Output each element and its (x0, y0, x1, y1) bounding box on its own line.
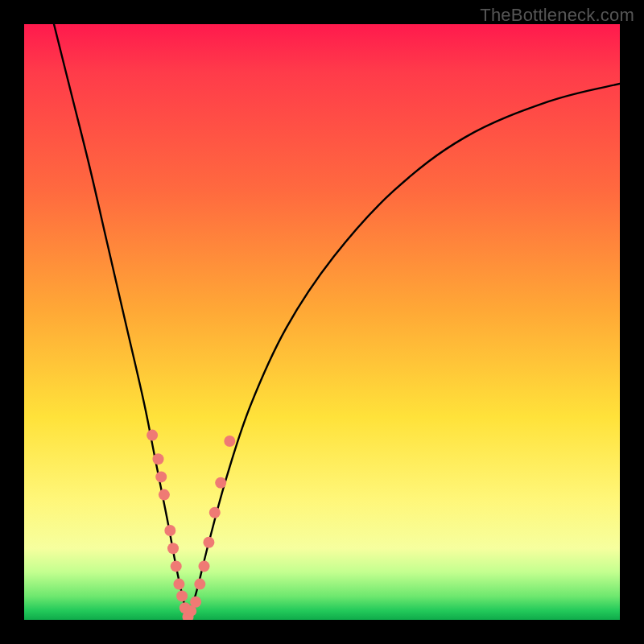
sample-dot (209, 507, 221, 518)
sample-dot (194, 579, 205, 590)
sample-dot (171, 560, 182, 572)
sample-dot (153, 453, 164, 464)
bottleneck-curve (54, 24, 620, 620)
sample-dot (159, 489, 170, 501)
sample-dot (155, 471, 167, 482)
sample-dot (173, 579, 184, 590)
curve-right-branch (188, 84, 621, 620)
sample-dot (176, 590, 188, 601)
sample-dot (203, 537, 214, 548)
sample-dot (167, 543, 179, 554)
sample-dot (190, 597, 201, 608)
sample-dot (164, 525, 175, 536)
chart-frame: TheBottleneck.com (0, 0, 644, 644)
watermark-text: TheBottleneck.com (480, 5, 634, 26)
sample-dot (199, 560, 210, 572)
sample-dot (224, 436, 235, 447)
sample-dots (147, 430, 235, 620)
plot-area (24, 24, 620, 620)
curve-layer (24, 24, 620, 620)
sample-dot (147, 430, 158, 441)
sample-dot (215, 477, 226, 489)
